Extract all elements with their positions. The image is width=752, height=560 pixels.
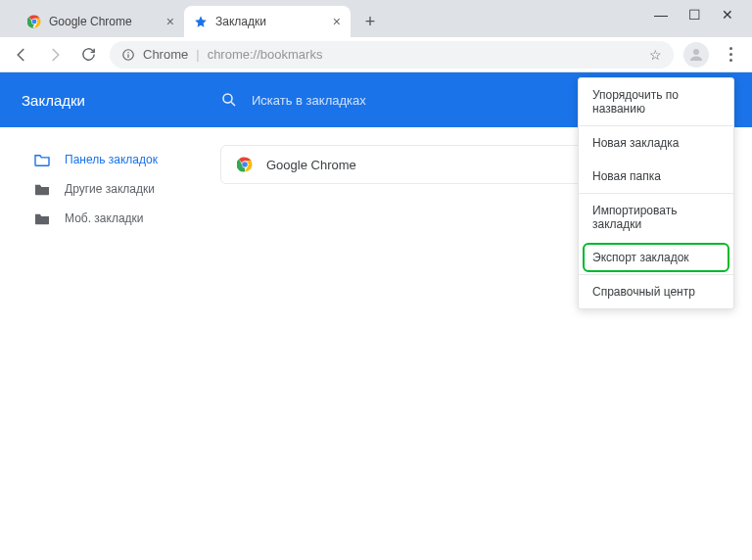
- menu-import-bookmarks[interactable]: Импортировать закладки: [579, 194, 733, 241]
- folder-icon: [33, 182, 51, 196]
- svg-line-7: [231, 102, 235, 106]
- tab-title: Закладки: [215, 15, 325, 28]
- address-bar[interactable]: Chrome | chrome://bookmarks ☆: [110, 41, 674, 69]
- sidebar-item-label: Панель закладок: [65, 153, 158, 166]
- svg-point-6: [223, 94, 232, 103]
- menu-export-bookmarks[interactable]: Экспорт закладок: [579, 241, 733, 274]
- window-controls: — ☐ ✕: [636, 0, 752, 29]
- menu-new-folder[interactable]: Новая папка: [579, 160, 733, 193]
- menu-sort-by-name[interactable]: Упорядочить по названию: [579, 78, 733, 125]
- svg-point-3: [127, 51, 128, 52]
- tab-close-icon[interactable]: ×: [166, 14, 174, 29]
- bookmarks-sidebar: Панель закладок Другие закладки Моб. зак…: [0, 127, 220, 560]
- menu-help-center[interactable]: Справочный центр: [579, 275, 733, 308]
- forward-button[interactable]: [43, 43, 67, 67]
- site-info-icon[interactable]: [121, 48, 135, 62]
- bookmark-star-icon[interactable]: ☆: [649, 47, 662, 63]
- window-maximize[interactable]: ☐: [687, 7, 701, 23]
- window-minimize[interactable]: —: [654, 7, 668, 23]
- tab-title: Google Chrome: [49, 15, 159, 28]
- page-title: Закладки: [0, 92, 220, 109]
- folder-icon: [33, 153, 51, 166]
- sidebar-item-mobile-bookmarks[interactable]: Моб. закладки: [0, 204, 220, 233]
- svg-point-1: [32, 20, 37, 24]
- reload-button[interactable]: [76, 43, 100, 67]
- bookmarks-dropdown-menu: Упорядочить по названию Новая закладка Н…: [578, 77, 734, 309]
- sidebar-item-label: Моб. закладки: [65, 211, 144, 225]
- browser-toolbar: Chrome | chrome://bookmarks ☆: [0, 37, 752, 72]
- url-path: chrome://bookmarks: [208, 47, 323, 62]
- folder-icon: [33, 211, 51, 225]
- chrome-icon: [27, 15, 41, 28]
- svg-point-5: [693, 49, 699, 55]
- sidebar-item-bookmarks-bar[interactable]: Панель закладок: [0, 145, 220, 174]
- bookmark-label: Google Chrome: [266, 158, 356, 172]
- search-icon: [220, 91, 238, 109]
- svg-rect-4: [127, 54, 128, 58]
- search-placeholder: Искать в закладках: [252, 93, 366, 108]
- tab-bookmarks[interactable]: Закладки ×: [184, 6, 351, 37]
- svg-point-9: [242, 162, 248, 167]
- chrome-icon: [237, 157, 253, 172]
- window-close[interactable]: ✕: [721, 7, 734, 23]
- profile-avatar[interactable]: [683, 42, 709, 68]
- back-button[interactable]: [10, 43, 33, 67]
- menu-new-bookmark[interactable]: Новая закладка: [579, 126, 733, 160]
- url-scheme: Chrome: [143, 47, 188, 62]
- url-separator: |: [196, 47, 199, 62]
- browser-menu-button[interactable]: [719, 47, 742, 62]
- new-tab-button[interactable]: +: [356, 8, 384, 35]
- tab-close-icon[interactable]: ×: [333, 14, 341, 29]
- sidebar-item-label: Другие закладки: [65, 182, 155, 196]
- star-icon: [194, 15, 208, 28]
- sidebar-item-other-bookmarks[interactable]: Другие закладки: [0, 174, 220, 204]
- tab-google-chrome[interactable]: Google Chrome ×: [18, 6, 184, 37]
